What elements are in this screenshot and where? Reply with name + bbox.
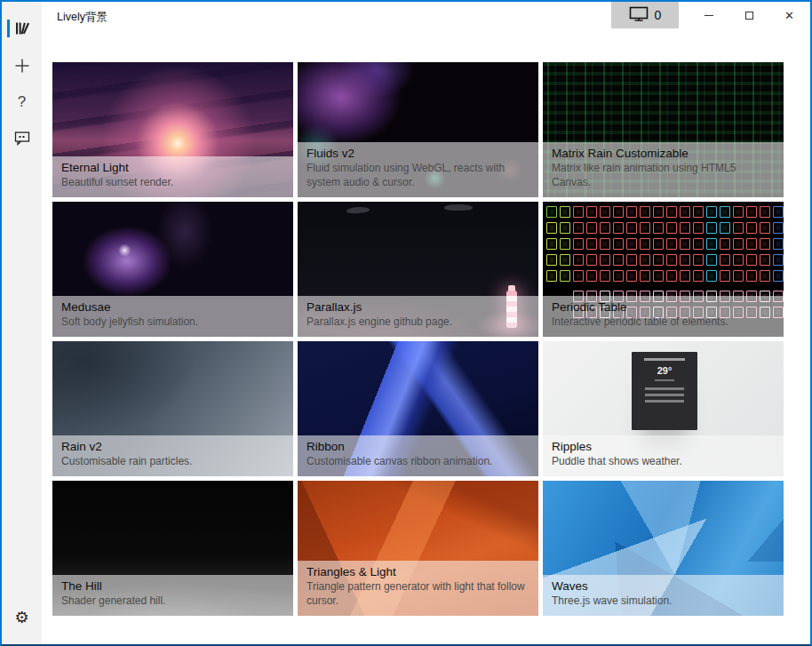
periodic-table-cell: [680, 270, 690, 282]
card-title: Medusae: [61, 300, 284, 314]
periodic-table-cell: [546, 222, 557, 234]
periodic-table-cell: [680, 254, 690, 266]
wallpaper-card-the-hill[interactable]: The Hill Shader generated hill.: [52, 481, 293, 616]
periodic-table-cell: [573, 206, 584, 218]
periodic-table-cell: [746, 254, 757, 266]
wallpaper-card-parallax[interactable]: Parallax.js Parallax.js engine github pa…: [298, 202, 538, 337]
periodic-table-cell: [613, 254, 624, 266]
card-description: Parallax.js engine github page.: [306, 315, 529, 330]
question-icon: ?: [18, 93, 26, 111]
periodic-table-cell: [613, 206, 624, 218]
card-description: Beautiful sunset render.: [61, 176, 284, 190]
periodic-table-cell: [626, 222, 637, 234]
weather-forecast-row: [645, 400, 684, 403]
wallpaper-card-medusae[interactable]: Medusae Soft body jellyfish simulation.: [52, 202, 293, 337]
card-title: Parallax.js: [306, 300, 529, 314]
periodic-table-cell: [706, 206, 717, 218]
periodic-table-cell: [720, 206, 730, 218]
wallpaper-card-periodic-table[interactable]: Periodic Table Interactive periodic tabl…: [543, 202, 784, 337]
periodic-table-cell: [640, 254, 650, 266]
monitor-select-button[interactable]: 0: [611, 2, 679, 28]
selection-indicator: [7, 20, 10, 37]
periodic-table-cell: [760, 206, 770, 218]
card-description: Fluid simulation using WebGL, reacts wit…: [306, 162, 529, 190]
sidebar-item-library[interactable]: [2, 11, 42, 46]
periodic-table-row: [546, 254, 780, 266]
card-description: Customisable canvas ribbon animation.: [306, 455, 529, 469]
periodic-table-cell: [720, 270, 730, 282]
card-title: Ribbon: [306, 440, 529, 453]
periodic-table-cell: [613, 222, 624, 234]
periodic-table-cell: [640, 238, 650, 250]
card-label: Ripples Puddle that shows weather.: [543, 435, 784, 476]
sidebar-item-help[interactable]: ?: [2, 84, 42, 120]
wallpaper-card-matrix-rain[interactable]: Matrix Rain Customizable Matrix like rai…: [543, 62, 784, 197]
periodic-table-cell: [546, 206, 557, 218]
weather-widget: 29°: [632, 352, 697, 430]
sidebar-item-settings[interactable]: ⚙: [2, 600, 42, 635]
wallpaper-card-triangles-light[interactable]: Triangles & Light Triangle pattern gener…: [298, 481, 538, 616]
periodic-table-cell: [573, 270, 584, 282]
close-icon: ✕: [784, 10, 794, 21]
periodic-table-cell: [746, 206, 757, 218]
card-title: The Hill: [61, 579, 284, 593]
monitor-icon: [629, 6, 649, 25]
periodic-table-cell: [573, 222, 584, 234]
card-label: Medusae Soft body jellyfish simulation.: [52, 296, 293, 337]
gear-icon: ⚙: [14, 610, 28, 626]
card-description: Soft body jellyfish simulation.: [61, 315, 284, 330]
library-icon: [13, 20, 31, 37]
periodic-table-cell: [666, 238, 677, 250]
periodic-table-cell: [773, 222, 784, 234]
sidebar: ? ⚙: [2, 2, 42, 644]
sidebar-item-feedback[interactable]: [2, 120, 42, 156]
minimize-button[interactable]: [689, 2, 728, 28]
wallpaper-grid: Eternal Light Beautiful sunset render. F…: [52, 62, 784, 616]
periodic-table-cell: [586, 222, 597, 234]
periodic-table-cell: [626, 206, 637, 218]
periodic-table-cell: [746, 222, 757, 234]
wallpaper-card-waves[interactable]: Waves Three.js wave simulation.: [543, 481, 784, 616]
periodic-table-cell: [746, 270, 757, 282]
periodic-table-cell: [720, 238, 730, 250]
card-title: Eternal Light: [61, 161, 284, 174]
app-title: Lively背景: [57, 10, 107, 25]
periodic-table-cell: [693, 206, 704, 218]
periodic-table-cell: [773, 254, 784, 266]
wallpaper-card-rain-v2[interactable]: Rain v2 Customisable rain particles.: [52, 341, 293, 476]
periodic-table-cell: [706, 270, 717, 282]
maximize-button[interactable]: [729, 2, 769, 28]
card-description: Puddle that shows weather.: [552, 455, 775, 469]
periodic-table-cell: [600, 254, 610, 266]
titlebar: Lively背景 0 ✕: [42, 2, 810, 30]
wallpaper-card-ribbon[interactable]: Ribbon Customisable canvas ribbon animat…: [298, 341, 538, 476]
weather-forecast-row: [645, 387, 684, 390]
periodic-table-cell: [706, 222, 717, 234]
card-title: Rain v2: [61, 440, 284, 453]
wallpaper-card-eternal-light[interactable]: Eternal Light Beautiful sunset render.: [52, 62, 293, 197]
card-label: Matrix Rain Customizable Matrix like rai…: [543, 142, 784, 197]
card-label: Ribbon Customisable canvas ribbon animat…: [298, 435, 538, 476]
periodic-table-cell: [666, 206, 677, 218]
periodic-table-cell: [666, 254, 677, 266]
periodic-table-row: [546, 270, 780, 282]
card-label: Eternal Light Beautiful sunset render.: [52, 156, 293, 197]
close-button[interactable]: ✕: [769, 2, 809, 28]
wallpaper-card-ripples[interactable]: 29° Ripples Puddle that shows weather.: [543, 341, 784, 476]
periodic-table-cell: [773, 270, 784, 282]
periodic-table-cell: [706, 238, 717, 250]
wallpaper-card-fluids-v2[interactable]: Fluids v2 Fluid simulation using WebGL, …: [298, 62, 538, 197]
card-description: Customisable rain particles.: [61, 455, 284, 469]
periodic-table-cell: [586, 254, 597, 266]
card-label: Rain v2 Customisable rain particles.: [52, 435, 293, 476]
feedback-icon: [13, 130, 31, 146]
periodic-table-cell: [653, 206, 664, 218]
periodic-table-cell: [600, 270, 610, 282]
periodic-table-cell: [560, 206, 570, 218]
sidebar-item-add-wallpaper[interactable]: [2, 48, 42, 84]
periodic-table-cell: [746, 238, 757, 250]
airship-shape: [444, 204, 473, 211]
periodic-table-cell: [560, 238, 570, 250]
periodic-table-cell: [573, 254, 584, 266]
periodic-table-cell: [573, 238, 584, 250]
